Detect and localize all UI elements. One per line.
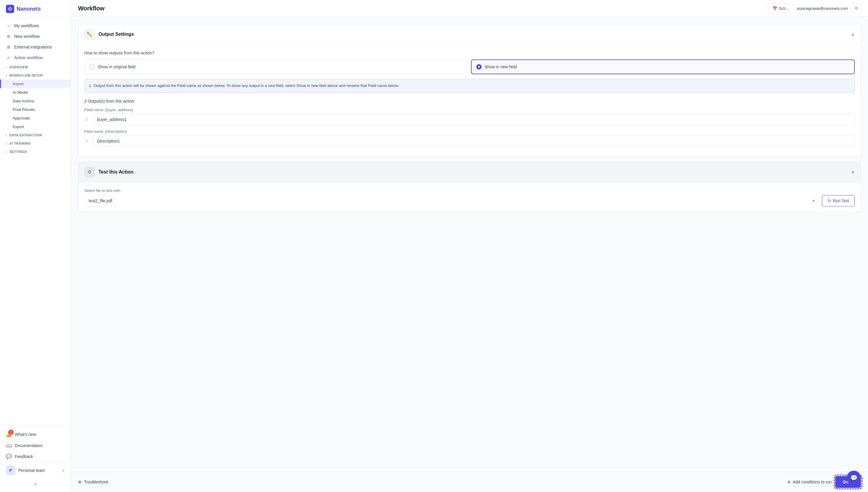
app-name: Nanonets <box>17 6 41 12</box>
test-action-title: Test this Action <box>98 169 133 175</box>
sidebar-logo: Nanonets <box>0 0 71 18</box>
field1-input[interactable] <box>93 114 855 125</box>
home-icon: ⌂ <box>6 23 11 28</box>
page-title: Workflow <box>78 5 105 12</box>
documentation-label: Documentation <box>15 443 43 448</box>
section-ai-training[interactable]: › AI TRAINING <box>0 139 71 148</box>
output-settings-card: ✏️ Output Settings ∨ How to show outputs… <box>78 24 861 157</box>
radio-circle-original <box>89 64 95 70</box>
section-overview[interactable]: › OVERVIEW <box>0 63 71 71</box>
sidebar-item-my-workflows[interactable]: ⌂ My workflows <box>0 20 71 31</box>
field2-label: Field name <box>84 129 103 134</box>
section-data-extraction[interactable]: › DATA EXTRACTION <box>0 131 71 139</box>
chat-bubble-button[interactable]: 💬 <box>847 471 861 485</box>
chevron-right-icon: › <box>6 134 7 137</box>
sidebar-item-active-workflow[interactable]: ✓ Active workflow <box>0 52 71 63</box>
refresh-icon: ↻ <box>827 198 831 203</box>
run-test-button[interactable]: ↻ Run Test <box>822 195 855 206</box>
chevron-up-icon: ∧ <box>62 468 65 473</box>
sidebar-navigation: ⌂ My workflows ⊕ New workflow ⊞ External… <box>0 18 71 426</box>
copy-icon: ⧉ <box>855 6 858 11</box>
field1-index: 1 <box>84 117 89 122</box>
section-label: SETTINGS <box>9 150 27 153</box>
team-name: Personal team <box>18 468 45 473</box>
radio-group: Show in original field Show in new field <box>84 59 855 74</box>
personal-team-left: P Personal team <box>6 466 45 475</box>
main-content: Workflow 📅 Sch... aryanagrawal@nanonets.… <box>71 0 868 492</box>
chevron-right-icon: › <box>6 142 7 145</box>
section-settings[interactable]: › SETTINGS <box>0 148 71 156</box>
sidebar-item-approvals[interactable]: Approvals <box>0 114 71 122</box>
feedback-label: Feedback <box>15 454 33 459</box>
sidebar-item-data-actions[interactable]: Data Actions <box>0 97 71 105</box>
bottom-bar: ⊛ Troubleshoot ⊘ Add conditions to run D… <box>71 472 868 492</box>
schedule-button[interactable]: 📅 Sch... <box>768 4 793 13</box>
user-email: aryanagrawal@nanonets.com <box>797 6 848 11</box>
file-select[interactable]: test2_file.pdf <box>84 195 117 206</box>
outputs-count-label: 2 Output(s) from this action <box>84 99 855 103</box>
sidebar-item-ai-model[interactable]: AI Model <box>0 88 71 97</box>
radio-original-field[interactable]: Show in original field <box>84 59 467 74</box>
sidebar-item-documentation[interactable]: 📖 Documentation <box>0 440 71 451</box>
field2-input[interactable] <box>93 136 855 147</box>
output-settings-body: How to show outputs from this action? Sh… <box>78 44 861 157</box>
team-icon: P <box>6 466 16 475</box>
troubleshoot-icon: ⊛ <box>78 479 82 484</box>
section-label: DATA EXTRACTION <box>9 133 42 137</box>
content-area: ✏️ Output Settings ∨ How to show outputs… <box>71 17 868 472</box>
chevron-down-icon-test: ∨ <box>851 169 855 175</box>
field2-index: 2 <box>84 139 89 143</box>
chevron-down-icon: ‹ <box>6 74 7 77</box>
troubleshoot-button[interactable]: ⊛ Troubleshoot <box>78 479 108 484</box>
section-workflow-setup[interactable]: ‹ WORKFLOW SETUP <box>0 71 71 79</box>
notification-badge: 1 <box>8 429 14 435</box>
field1-label-row: Field name (buyer_address) <box>84 107 855 112</box>
sidebar-bottom: 🔔 1 What's new 📖 Documentation 💬 Feedbac… <box>0 426 71 492</box>
output-settings-header[interactable]: ✏️ Output Settings ∨ <box>78 24 861 44</box>
field1-label: Field name <box>84 107 103 112</box>
output-question: How to show outputs from this action? <box>84 51 855 55</box>
edit-icon: ✏️ <box>84 29 95 40</box>
chevron-down-icon: ∨ <box>851 32 855 37</box>
field1-row: 1 <box>84 114 855 125</box>
chevron-down-icon: ✓ <box>6 55 11 60</box>
copy-button[interactable]: ⧉ <box>851 3 861 13</box>
radio-circle-new <box>476 64 481 70</box>
sidebar-item-external-integrations[interactable]: ⊞ External integrations <box>0 42 71 52</box>
test-action-body: Select file to test with test2_file.pdf … <box>78 182 861 212</box>
test-icon: ⚙ <box>84 167 95 177</box>
sidebar-item-new-workflow[interactable]: ⊕ New workflow <box>0 31 71 42</box>
info-icon: ℹ <box>89 83 91 89</box>
sidebar-item-import[interactable]: Import <box>0 79 71 88</box>
chat-icon: 💬 <box>850 474 858 481</box>
file-select-wrapper: test2_file.pdf <box>84 195 818 206</box>
calendar-icon: 📅 <box>772 6 777 11</box>
sidebar-item-feedback[interactable]: 💬 Feedback <box>0 451 71 462</box>
whats-new-label: What's new <box>15 432 36 437</box>
topbar-right: 📅 Sch... aryanagrawal@nanonets.com ⧉ <box>768 3 861 13</box>
topbar: Workflow 📅 Sch... aryanagrawal@nanonets.… <box>71 0 868 17</box>
filter-icon: ⊘ <box>787 479 791 484</box>
personal-team-section[interactable]: P Personal team ∧ <box>0 462 71 479</box>
field2-label-row: Field name (Description) <box>84 129 855 134</box>
test-row: test2_file.pdf ↻ Run Test <box>84 195 855 206</box>
grid-icon: ⊞ <box>6 44 11 50</box>
sidebar-item-whats-new[interactable]: 🔔 1 What's new <box>0 429 71 440</box>
sidebar-item-label: External integrations <box>14 45 52 49</box>
output-settings-title: Output Settings <box>98 32 134 37</box>
radio-new-field[interactable]: Show in new field <box>471 59 855 74</box>
sidebar-item-export[interactable]: Export <box>0 122 71 131</box>
section-label: AI TRAINING <box>9 142 31 145</box>
field2-sub-label: (Description) <box>105 129 127 134</box>
sidebar-item-label: New workflow <box>14 34 40 39</box>
add-conditions-button[interactable]: ⊘ Add conditions to run <box>787 479 832 484</box>
field1-sub-label: (buyer_address) <box>105 107 133 112</box>
chevron-right-icon: › <box>6 66 7 69</box>
sidebar-item-final-results[interactable]: Final Results <box>0 105 71 114</box>
sidebar-item-label: Active workflow <box>14 55 43 60</box>
chevron-right-icon: › <box>6 150 7 153</box>
test-action-card: ⚙ Test this Action ∨ Select file to test… <box>78 162 861 213</box>
test-select-label: Select file to test with <box>84 188 855 193</box>
test-action-header[interactable]: ⚙ Test this Action ∨ <box>78 162 861 182</box>
sidebar-collapse-button[interactable]: « <box>0 479 71 490</box>
